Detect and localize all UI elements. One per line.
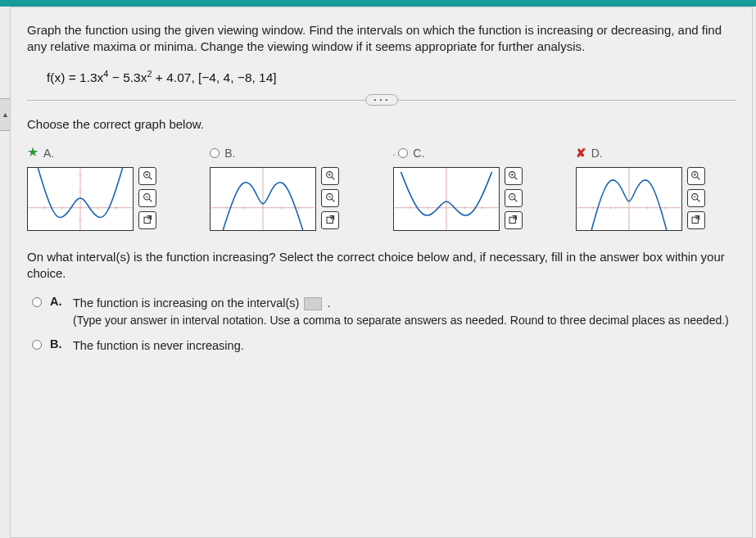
- svg-line-59: [697, 199, 699, 201]
- popout-icon[interactable]: [687, 211, 705, 229]
- zoom-out-icon[interactable]: [687, 189, 705, 207]
- option-d-graph: [576, 167, 682, 231]
- radio-icon[interactable]: [210, 148, 220, 158]
- svg-line-10: [149, 177, 152, 179]
- period: .: [328, 296, 331, 310]
- popout-icon[interactable]: [138, 211, 156, 229]
- option-a-text: The function is increasing on the interv…: [73, 296, 299, 310]
- option-c-header: . C.: [393, 146, 553, 160]
- zoom-out-icon[interactable]: [321, 189, 339, 207]
- radio-icon[interactable]: [32, 297, 42, 307]
- zoom-in-icon[interactable]: [687, 167, 705, 185]
- option-a-header: ★ A.: [27, 146, 187, 160]
- zoom-in-icon[interactable]: [138, 167, 156, 185]
- divider: • • •: [27, 100, 736, 101]
- zoom-out-icon[interactable]: [505, 189, 523, 207]
- question-panel: Graph the function using the given viewi…: [10, 7, 753, 538]
- choose-graph-prompt: Choose the correct graph below.: [27, 117, 736, 131]
- wrong-x-icon: ✘: [576, 148, 586, 158]
- zoom-out-icon[interactable]: [138, 189, 156, 207]
- option-c-letter: C.: [413, 147, 424, 160]
- option-b-text: The function is never increasing.: [73, 339, 244, 352]
- option-d-header: ✘ D.: [576, 146, 736, 160]
- svg-line-14: [149, 199, 152, 201]
- option-letter: B.: [50, 337, 65, 350]
- zoom-in-icon[interactable]: [505, 167, 523, 185]
- option-b-graph: [210, 167, 316, 231]
- svg-line-29: [332, 199, 334, 201]
- function-formula: f(x) = 1.3x4 − 5.3x2 + 4.07, [−4, 4, −8,…: [47, 69, 736, 85]
- zoom-in-icon[interactable]: [321, 167, 339, 185]
- svg-line-55: [697, 177, 699, 179]
- popout-icon[interactable]: [321, 211, 339, 229]
- dot: .: [393, 148, 396, 157]
- graph-options-row: ★ A.: [27, 146, 736, 231]
- svg-line-44: [514, 199, 517, 201]
- expand-pill[interactable]: • • •: [365, 94, 398, 106]
- option-a-graph: [27, 167, 134, 231]
- option-c[interactable]: . C.: [393, 146, 553, 231]
- popout-icon[interactable]: [505, 211, 523, 229]
- option-b-tools: [321, 167, 339, 229]
- option-d[interactable]: ✘ D.: [576, 146, 736, 231]
- option-a-hint: (Type your answer in interval notation. …: [73, 313, 736, 329]
- option-c-graph: [393, 167, 500, 231]
- interval-options: A. The function is increasing on the int…: [32, 295, 736, 354]
- option-a-letter: A.: [43, 147, 54, 160]
- interval-option-b[interactable]: B. The function is never increasing.: [32, 337, 736, 354]
- interval-question: On what interval(s) is the function incr…: [27, 249, 736, 283]
- option-d-tools: [687, 167, 705, 229]
- svg-line-25: [332, 177, 334, 179]
- correct-star-icon: ★: [27, 147, 38, 157]
- option-b[interactable]: B.: [210, 146, 369, 231]
- option-d-letter: D.: [591, 147, 603, 160]
- radio-icon[interactable]: [398, 148, 408, 158]
- option-c-tools: [505, 167, 523, 229]
- svg-line-40: [514, 177, 517, 179]
- option-a-tools: [138, 167, 156, 229]
- interval-option-a[interactable]: A. The function is increasing on the int…: [32, 295, 736, 329]
- question-text: Graph the function using the given viewi…: [27, 22, 736, 56]
- option-b-letter: B.: [224, 147, 235, 160]
- answer-input-box[interactable]: [304, 297, 322, 310]
- option-a[interactable]: ★ A.: [27, 146, 187, 231]
- header-accent-bar: [0, 0, 756, 7]
- option-letter: A.: [50, 295, 65, 308]
- option-b-header: B.: [210, 146, 369, 160]
- radio-icon[interactable]: [32, 340, 42, 350]
